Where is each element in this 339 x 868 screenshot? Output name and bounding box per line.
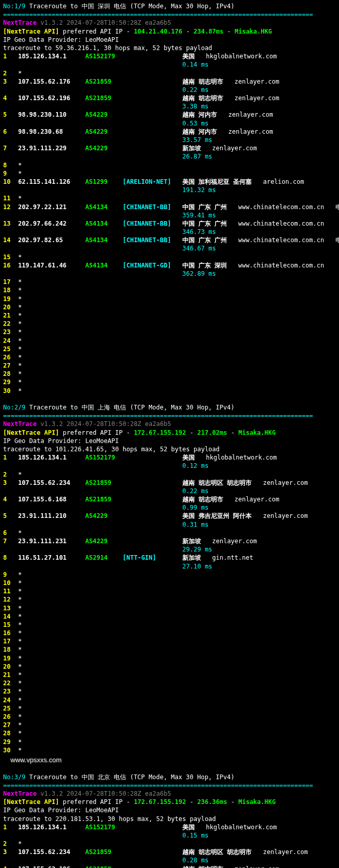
hop-row: 7 23.91.111.229 AS4229 新加坡 zenlayer.com [3,144,336,152]
hop-row: 5 23.91.111.210 AS4229 美国 弗吉尼亚州 阿什本 zenl… [3,512,336,520]
hop-latency: 0.28 ms [3,856,336,864]
version-line: NextTrace v1.3.2 2024-07-28T10:50:28Z ea… [3,19,336,27]
hop-latency: 3.38 ms [3,102,336,111]
hop-row: 22 * [3,320,336,328]
hop-row: 11 * [3,194,336,202]
hop-latency: 0.99 ms [3,503,336,512]
hop-row: 3 107.155.62.234 AS21859 越南 胡志明区 胡志明市 ze… [3,848,336,856]
hop-row: 21 * [3,311,336,320]
hop-latency: 0.22 ms [3,86,336,94]
watermark: www.vpsxxs.com [10,755,336,765]
hop-row: 6 98.98.230.68 AS4229 越南 河内市 zenlayer.co… [3,128,336,136]
target-line: traceroute to 59.36.216.1, 30 hops max, … [3,44,336,52]
hop-row: 8 116.51.27.101 AS2914 [NTT-GIN] 新加坡 gin… [3,554,336,562]
hop-latency: 27.10 ms [3,562,336,571]
hop-row: 29 * [3,378,336,386]
provider-line: IP Geo Data Provider: LeoMoeAPI [3,36,336,44]
hop-row: 3 107.155.62.176 AS21859 越南 胡志明市 zenlaye… [3,77,336,86]
hop-latency: 191.32 ms [3,186,336,194]
hop-row: 17 * [3,637,336,645]
hop-latency: 0.53 ms [3,119,336,128]
hop-row: 18 * [3,645,336,654]
hop-row: 15 * [3,621,336,629]
hop-row: 3 107.155.62.234 AS21859 越南 胡志明区 胡志明市 ze… [3,479,336,487]
version-line: NextTrace v1.3.2 2024-07-28T10:50:28Z ea… [3,790,336,798]
target-line: traceroute to 101.226.41.65, 30 hops max… [3,445,336,453]
hop-row: 28 * [3,370,336,378]
hop-latency: 0.31 ms [3,520,336,529]
hop-row: 21 * [3,671,336,679]
hop-row: 19 * [3,654,336,662]
hop-latency: 26.87 ms [3,152,336,161]
hop-row: 4 107.155.6.168 AS21859 越南 胡志明市 zenlayer… [3,495,336,503]
hop-row: 1 185.126.134.1 AS152179 美国 hkglobalnetw… [3,823,336,831]
hop-row: 7 23.91.111.231 AS4229 新加坡 zenlayer.com [3,537,336,545]
api-line: [NextTrace API] preferred API IP - 172.6… [3,798,336,806]
hop-latency: 33.57 ms [3,136,336,144]
hop-row: 25 * [3,704,336,713]
hop-row: 12 202.97.22.121 AS4134 [CHINANET-BB] 中国… [3,203,336,211]
hop-row: 20 * [3,662,336,671]
hop-row: 15 * [3,253,336,261]
hop-row: 19 * [3,295,336,303]
hop-row: 10 * [3,579,336,587]
hop-row: 2 * [3,840,336,848]
hop-row: 18 * [3,286,336,294]
hop-row: 28 * [3,729,336,737]
hop-row: 25 * [3,345,336,353]
target-line: traceroute to 220.181.53.1, 30 hops max,… [3,815,336,823]
trace-title: No:2/9 Traceroute to 中国 上海 电信 (TCP Mode,… [3,403,336,412]
hop-row: 30 * [3,387,336,395]
separator: ========================================… [3,781,336,790]
version-line: NextTrace v1.3.2 2024-07-28T10:50:28Z ea… [3,420,336,428]
hop-latency: 0.15 ms [3,831,336,840]
hop-row: 17 * [3,278,336,286]
hop-row: 24 * [3,337,336,345]
separator: ========================================… [3,412,336,420]
hop-row: 6 * [3,529,336,537]
hop-latency: 362.89 ms [3,270,336,278]
hop-row: 14 * [3,612,336,621]
hop-row: 30 * [3,746,336,754]
hop-latency: 0.12 ms [3,462,336,470]
hop-row: 5 98.98.230.110 AS4229 越南 河内市 zenlayer.c… [3,111,336,119]
hop-latency: 0.14 ms [3,60,336,69]
hop-latency: 29.29 ms [3,545,336,554]
hop-row: 23 * [3,687,336,696]
hop-latency: 346.73 ms [3,228,336,236]
hop-row: 23 * [3,328,336,336]
hop-latency: 346.67 ms [3,244,336,252]
hop-latency: 0.22 ms [3,487,336,495]
provider-line: IP Geo Data Provider: LeoMoeAPI [3,806,336,814]
hop-row: 1 185.126.134.1 AS152179 美国 hkglobalnetw… [3,52,336,60]
hop-row: 8 * [3,161,336,169]
hop-row: 27 * [3,361,336,370]
hop-row: 24 * [3,696,336,704]
hop-row: 4 107.155.62.196 AS21859 越南 胡志明市 zenlaye… [3,94,336,102]
hop-row: 9 * [3,169,336,178]
hop-row: 10 62.115.141.126 AS1299 [ARELION-NET] 美… [3,178,336,186]
hop-row: 13 * [3,604,336,612]
hop-latency: 359.41 ms [3,211,336,219]
hop-row: 16 119.147.61.46 AS4134 [CHINANET-GD] 中国… [3,261,336,270]
hop-row: 26 * [3,353,336,361]
hop-row: 20 * [3,303,336,311]
api-line: [NextTrace API] preferred API IP - 172.6… [3,429,336,437]
hop-row: 13 202.97.66.242 AS4134 [CHINANET-BB] 中国… [3,219,336,228]
separator: ========================================… [3,10,336,19]
hop-row: 22 * [3,679,336,687]
hop-row: 9 * [3,571,336,579]
hop-row: 29 * [3,738,336,746]
provider-line: IP Geo Data Provider: LeoMoeAPI [3,437,336,445]
hop-row: 4 107.155.62.196 AS21859 越南 胡志明市 zenlaye… [3,865,336,868]
hop-row: 1 185.126.134.1 AS152179 美国 hkglobalnetw… [3,453,336,462]
hop-row: 26 * [3,713,336,721]
hop-row: 11 * [3,587,336,595]
trace-title: No:3/9 Traceroute to 中国 北京 电信 (TCP Mode,… [3,773,336,781]
hop-row: 2 * [3,470,336,479]
trace-title: No:1/9 Traceroute to 中国 深圳 电信 (TCP Mode,… [3,2,336,10]
api-line: [NextTrace API] preferred API IP - 104.2… [3,27,336,36]
hop-row: 16 * [3,629,336,637]
hop-row: 12 * [3,595,336,604]
hop-row: 14 202.97.82.65 AS4134 [CHINANET-BB] 中国 … [3,236,336,244]
